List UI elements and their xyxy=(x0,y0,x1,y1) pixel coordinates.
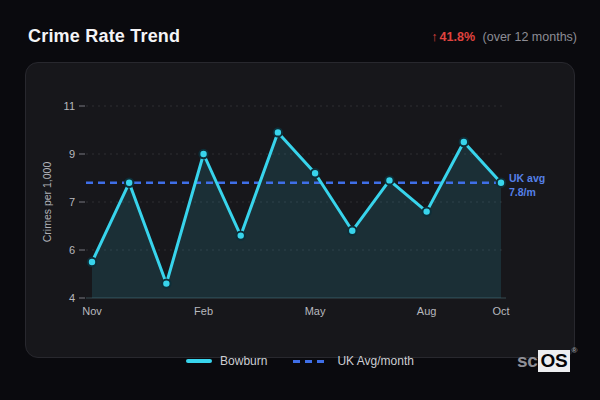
logo-main: OS xyxy=(538,350,571,372)
y-tick-label: 6 xyxy=(69,244,75,256)
crime-trend-chart: 119764NovFebMayAugOctCrimes per 1,000UK … xyxy=(26,63,576,359)
uk-avg-label-line1: UK avg xyxy=(509,172,545,184)
data-point-nov[interactable] xyxy=(88,258,96,266)
x-tick-label-may: May xyxy=(305,305,326,317)
y-tick-label: 7 xyxy=(69,196,75,208)
data-point-aug[interactable] xyxy=(422,207,430,215)
page-title: Crime Rate Trend xyxy=(28,26,180,47)
series-area-fill xyxy=(92,132,501,298)
y-tick-label: 4 xyxy=(69,292,75,304)
up-arrow-icon: ↑ xyxy=(431,30,437,44)
data-point-feb[interactable] xyxy=(199,150,207,158)
x-tick-label-aug: Aug xyxy=(417,305,437,317)
legend-label: UK Avg/month xyxy=(337,354,414,368)
y-axis-title: Crimes per 1,000 xyxy=(41,162,53,243)
y-tick-label: 9 xyxy=(69,148,75,160)
data-point-jan[interactable] xyxy=(162,279,170,287)
legend-item-bowburn[interactable]: Bowburn xyxy=(186,354,267,368)
chart-legend: BowburnUK Avg/month xyxy=(0,351,600,371)
data-point-oct[interactable] xyxy=(497,179,505,187)
legend-dashed-swatch xyxy=(293,360,329,363)
delta-context: (over 12 months) xyxy=(483,30,577,44)
data-point-jun[interactable] xyxy=(348,227,356,235)
trend-stat: ↑41.8% (over 12 months) xyxy=(431,30,577,44)
delta-value: 41.8% xyxy=(440,30,475,44)
data-point-jul[interactable] xyxy=(385,176,393,184)
x-tick-label-feb: Feb xyxy=(194,305,213,317)
data-point-may[interactable] xyxy=(311,169,319,177)
x-tick-label-oct: Oct xyxy=(492,305,509,317)
uk-avg-label-line2: 7.8/m xyxy=(509,186,536,198)
logo-prefix: sc xyxy=(517,350,538,371)
data-point-mar[interactable] xyxy=(237,231,245,239)
y-tick-label: 11 xyxy=(64,100,75,112)
scos-logo: scOS® xyxy=(517,350,576,372)
legend-label: Bowburn xyxy=(220,354,267,368)
x-tick-label-nov: Nov xyxy=(82,305,102,317)
data-point-apr[interactable] xyxy=(274,128,282,136)
legend-line-swatch xyxy=(186,359,212,363)
data-point-dec[interactable] xyxy=(125,179,133,187)
crime-dashboard: Crime Rate Trend ↑41.8% (over 12 months)… xyxy=(0,0,600,400)
chart-card: 119764NovFebMayAugOctCrimes per 1,000UK … xyxy=(25,62,575,358)
data-point-sep[interactable] xyxy=(460,138,468,146)
legend-item-uk-avg-month[interactable]: UK Avg/month xyxy=(293,354,414,368)
registered-mark-icon: ® xyxy=(571,346,577,355)
